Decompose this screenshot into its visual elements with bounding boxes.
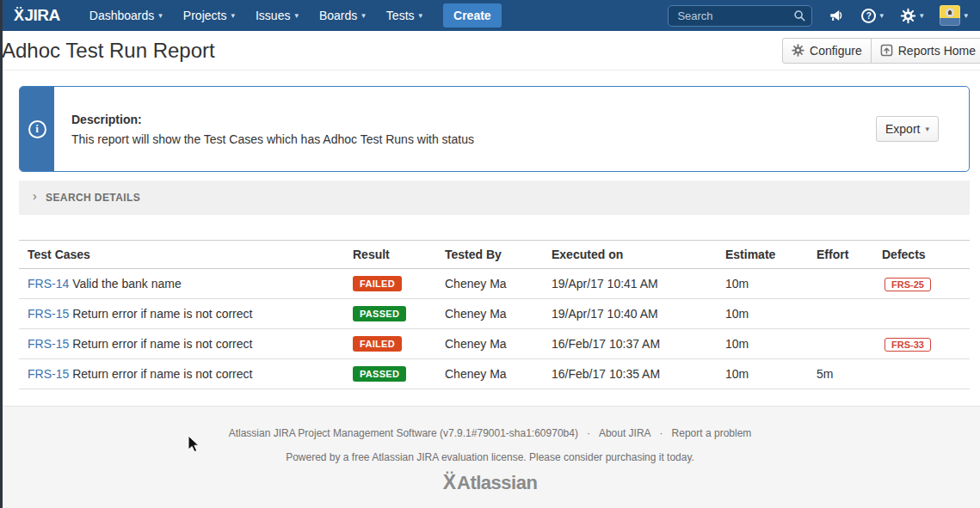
chevron-down-icon: ▾: [158, 12, 163, 20]
atlassian-logo: Ẍ Atlassian: [0, 471, 980, 494]
tested-by-cell: Cheney Ma: [445, 359, 552, 389]
description-panel: i Description: This report will show the…: [19, 86, 970, 172]
effort-cell: [817, 299, 882, 329]
test-case-summary: Return error if name is not correct: [72, 367, 252, 381]
estimate-cell: 10m: [725, 329, 817, 359]
col-result: Result: [353, 241, 445, 269]
executed-on-cell: 19/Apr/17 10:41 AM: [552, 269, 725, 299]
test-case-summary: Valid the bank name: [72, 277, 182, 291]
footer-links: Atlassian JIRA Project Management Softwa…: [0, 427, 980, 439]
defect-link-badge[interactable]: FRS-25: [884, 278, 931, 291]
issue-key-link[interactable]: FRS-15: [28, 307, 69, 321]
chevron-down-icon: ▾: [925, 125, 929, 133]
footer-license-line: Powered by a free Atlassian JIRA evaluat…: [0, 451, 980, 463]
help-icon: ?: [861, 9, 876, 23]
gear-icon: [792, 44, 804, 57]
atlassian-logo-icon: Ẍ: [443, 471, 456, 494]
estimate-cell: 10m: [725, 269, 817, 299]
tested-by-cell: Cheney Ma: [445, 329, 552, 359]
footer-separator: ·: [660, 427, 663, 439]
help-menu[interactable]: ? ▾: [861, 9, 884, 23]
nav-projects-label: Projects: [183, 9, 227, 22]
table-row: FRS-15 Return error if name is not corre…: [19, 329, 970, 359]
header-button-group: Configure Reports Home: [782, 38, 980, 64]
megaphone-icon: [829, 8, 845, 23]
test-case-summary: Return error if name is not correct: [72, 337, 252, 351]
nav-boards[interactable]: Boards ▾: [309, 0, 376, 31]
gear-icon: [900, 8, 916, 24]
page-header: Adhoc Test Run Report Configure Reports …: [0, 31, 980, 70]
chevron-right-icon: ›: [33, 189, 37, 203]
footer-separator: ·: [587, 427, 590, 439]
configure-button[interactable]: Configure: [782, 38, 872, 64]
tested-by-cell: Cheney Ma: [445, 299, 552, 329]
executed-on-cell: 16/Feb/17 10:37 AM: [552, 329, 725, 359]
create-button[interactable]: Create: [443, 3, 502, 28]
col-executed-on: Executed on: [552, 241, 725, 269]
jira-logo-text: JIRA: [25, 6, 60, 25]
jira-logo[interactable]: Ẍ JIRA: [14, 6, 60, 25]
estimate-cell: 10m: [725, 359, 817, 389]
test-case-summary: Return error if name is not correct: [72, 307, 252, 321]
footer: Atlassian JIRA Project Management Softwa…: [0, 406, 980, 508]
issue-key-link[interactable]: FRS-14: [28, 277, 69, 291]
announcement-button[interactable]: [829, 8, 845, 23]
search-details-label: SEARCH DETAILS: [46, 192, 140, 204]
effort-cell: [817, 329, 882, 359]
status-badge: PASSED: [353, 306, 406, 321]
effort-cell: 5m: [817, 359, 882, 389]
admin-menu[interactable]: ▾: [900, 8, 924, 24]
table-row: FRS-14 Valid the bank name FAILED Cheney…: [19, 269, 970, 299]
chevron-down-icon: ▾: [879, 12, 884, 20]
page-title: Adhoc Test Run Report: [2, 39, 215, 63]
avatar: [940, 5, 960, 26]
reports-home-button[interactable]: Reports Home: [871, 38, 980, 64]
about-jira-link[interactable]: About JIRA: [599, 427, 651, 439]
defect-link-badge[interactable]: FRS-33: [884, 338, 931, 352]
search-icon[interactable]: [793, 9, 806, 26]
nav-tests-label: Tests: [386, 9, 415, 22]
estimate-cell: 10m: [725, 299, 817, 329]
footer-software-line: Atlassian JIRA Project Management Softwa…: [229, 427, 578, 439]
nav-issues-label: Issues: [256, 9, 290, 22]
test-run-table-wrap: Test Cases Result Tested By Executed on …: [19, 240, 970, 389]
export-button[interactable]: Export ▾: [876, 116, 939, 142]
table-header-row: Test Cases Result Tested By Executed on …: [19, 241, 970, 269]
report-problem-link[interactable]: Report a problem: [672, 427, 752, 439]
executed-on-cell: 16/Feb/17 10:35 AM: [552, 359, 725, 389]
executed-on-cell: 19/Apr/17 10:40 AM: [552, 299, 725, 329]
search-input[interactable]: [668, 5, 812, 27]
table-row: FRS-15 Return error if name is not corre…: [19, 299, 970, 329]
effort-cell: [817, 269, 882, 299]
col-tested-by: Tested By: [445, 241, 552, 269]
screen-left-edge-artifact: [0, 0, 3, 508]
test-run-table: Test Cases Result Tested By Executed on …: [19, 240, 970, 389]
col-defects: Defects: [882, 241, 970, 269]
issue-key-link[interactable]: FRS-15: [28, 337, 69, 351]
nav-tests[interactable]: Tests ▾: [376, 0, 433, 31]
col-test-cases: Test Cases: [19, 241, 353, 269]
nav-boards-label: Boards: [319, 9, 357, 22]
chevron-down-icon: ▾: [419, 12, 423, 20]
jira-logo-icon: Ẍ: [14, 7, 24, 25]
configure-button-label: Configure: [810, 44, 862, 58]
top-navbar: Ẍ JIRA Dashboards ▾ Projects ▾ Issues ▾ …: [0, 0, 980, 31]
tested-by-cell: Cheney Ma: [445, 269, 552, 299]
col-estimate: Estimate: [725, 241, 817, 269]
nav-dashboards[interactable]: Dashboards ▾: [79, 0, 173, 31]
profile-menu[interactable]: ▾: [940, 5, 968, 26]
export-button-label: Export: [885, 122, 920, 136]
atlassian-logo-text: Atlassian: [457, 472, 537, 494]
table-row: FRS-15 Return error if name is not corre…: [19, 359, 970, 389]
reports-home-button-label: Reports Home: [898, 44, 976, 58]
status-badge: PASSED: [353, 366, 406, 382]
info-icon: i: [28, 120, 46, 138]
description-text: This report will show the Test Cases whi…: [71, 132, 474, 146]
col-effort: Effort: [817, 241, 882, 269]
description-content: Description: This report will show the T…: [54, 87, 586, 171]
status-badge: FAILED: [353, 336, 402, 352]
issue-key-link[interactable]: FRS-15: [28, 367, 69, 381]
nav-projects[interactable]: Projects ▾: [173, 0, 245, 31]
search-details-toggle[interactable]: › SEARCH DETAILS: [19, 181, 970, 215]
nav-issues[interactable]: Issues ▾: [245, 0, 309, 31]
